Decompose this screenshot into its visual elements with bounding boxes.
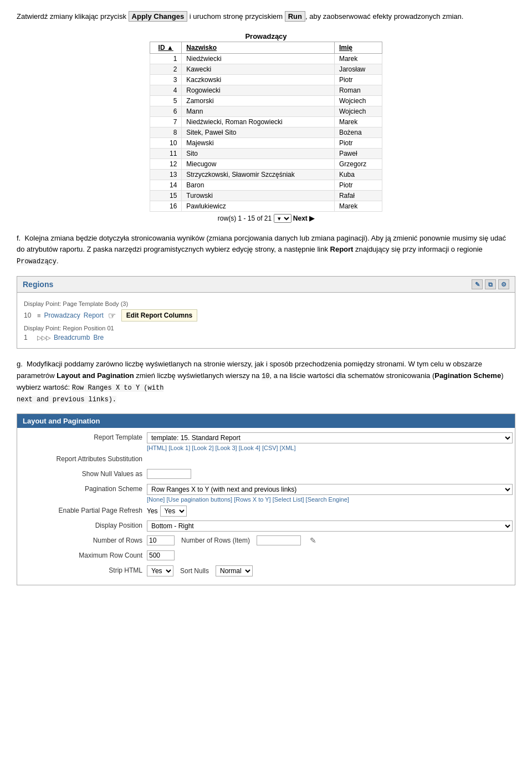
xml-link[interactable]: [XML] (280, 445, 296, 451)
enable-partial-select[interactable]: Yes No (160, 506, 187, 517)
cell-nazwisko: Kawecki (182, 64, 335, 74)
max-row-count-input[interactable] (147, 550, 175, 560)
look3-link[interactable]: [Look 3] (216, 445, 237, 451)
cell-nazwisko: Sito (182, 148, 335, 159)
none-link[interactable]: [None] (147, 496, 165, 503)
show-null-label: Show Null Values as (19, 469, 147, 478)
cell-id: 7 (150, 116, 182, 127)
cell-imie: Jarosław (334, 64, 382, 74)
cell-nazwisko: Mann (182, 106, 335, 116)
show-null-input[interactable] (147, 469, 191, 479)
html-link[interactable]: [HTML] (147, 445, 167, 451)
table-pagination: row(s) 1 - 15 of 21 ▾ Next ▶ (150, 214, 382, 223)
cell-imie: Marek (334, 116, 382, 127)
table-row: 15TurowskiRafał (150, 190, 382, 201)
row-ranges-code: Row Ranges X to Y (with (72, 384, 164, 392)
cell-nazwisko: Turowski (182, 190, 335, 201)
display-position-row: Display Position Bottom - Right (19, 520, 513, 533)
regions-body: Display Point: Page Template Body (3) 10… (17, 293, 515, 348)
enable-partial-text: Yes (147, 507, 158, 515)
pagination-select[interactable]: ▾ (274, 214, 291, 223)
cell-id: 4 (150, 85, 182, 95)
cell-id: 2 (150, 64, 182, 74)
cell-imie: Kuba (334, 169, 382, 180)
table-row: 11SitoPaweł (150, 148, 382, 159)
row2-num: 1 (24, 334, 34, 341)
prowadzacy-title: Prowadzący (150, 32, 382, 40)
pencil-icon[interactable]: ✎ (310, 536, 316, 545)
row1-link-report[interactable]: Report (84, 312, 104, 319)
layout-body: Report Template template: 15. Standard R… (17, 428, 515, 585)
csv-link[interactable]: [CSV] (262, 445, 278, 451)
cell-imie: Marek (334, 201, 382, 211)
regions-row-1: 10 ≡ Prowadzacy Report ☞ Edit Report Col… (24, 309, 508, 321)
row2-link-bre[interactable]: Bre (93, 334, 104, 341)
sort-nulls-label: Sort Nulls (180, 567, 209, 575)
cell-nazwisko: Kaczkowski (182, 74, 335, 85)
enable-partial-label: Enable Partial Page Refresh (19, 506, 147, 514)
cell-imie: Grzegorz (334, 159, 382, 169)
cell-id: 14 (150, 180, 182, 190)
cell-nazwisko: Pawlukiewicz (182, 201, 335, 211)
show-null-value (147, 469, 513, 479)
pagination-scheme-value-col: Row Ranges X to Y (with next and previou… (147, 484, 513, 503)
section-e: Zatwierdź zmiany klikając przycisk Apply… (17, 11, 515, 22)
col-header-imie: Imię (334, 42, 382, 53)
show-null-row: Show Null Values as (19, 469, 513, 481)
cell-id: 8 (150, 127, 182, 137)
cell-id: 10 (150, 137, 182, 148)
select-list-link[interactable]: [Select List] (273, 496, 304, 503)
layout-box: Layout and Pagination Report Template te… (17, 414, 515, 585)
max-row-count-label: Maximum Row Count (19, 550, 147, 559)
report-attr-row: Report Attributes Substitution (19, 454, 513, 466)
cell-imie: Wojciech (334, 106, 382, 116)
layout-header: Layout and Pagination (17, 414, 515, 428)
cell-imie: Rafał (334, 190, 382, 201)
cell-imie: Piotr (334, 180, 382, 190)
number-of-rows-item-input[interactable] (257, 535, 301, 545)
sort-nulls-select[interactable]: Normal Last First (216, 565, 253, 576)
search-engine-link[interactable]: [Search Engine] (306, 496, 349, 503)
rows-two-col: Number of Rows (Item) ✎ (147, 535, 513, 545)
max-row-count-value (147, 550, 513, 560)
region-name: Prowadzący (17, 258, 57, 266)
strip-html-select[interactable]: Yes No (147, 565, 173, 576)
edit-icon[interactable]: ✎ (472, 279, 483, 289)
look2-link[interactable]: [Look 2] (192, 445, 213, 451)
pagination-scheme-bold: Pagination Scheme (434, 371, 501, 380)
pagination-scheme-label: Pagination Scheme (19, 484, 147, 493)
strip-html-row: Strip HTML Yes No Sort Nulls Normal Last… (19, 565, 513, 578)
look1-link[interactable]: [Look 1] (168, 445, 190, 451)
look4-link[interactable]: [Look 4] (239, 445, 260, 451)
row1-link-prowadzacy[interactable]: Prowadzacy (44, 312, 80, 319)
table-row: 1NiedźwieckiMarek (150, 53, 382, 64)
apply-changes-button[interactable]: Apply Changes (129, 11, 188, 22)
section-g-text: g. Modyfikacji poddamy zarówno liczbę wy… (17, 359, 515, 405)
use-pagination-link[interactable]: [Use pagination buttons] (166, 496, 232, 503)
table-row: 2KaweckiJarosław (150, 64, 382, 74)
strip-html-value: Yes No Sort Nulls Normal Last First (147, 565, 513, 576)
number-of-rows-item-label: Number of Rows (Item) (181, 537, 250, 544)
table-row: 7Niedźwiecki, Roman RogowieckiMarek (150, 116, 382, 127)
settings-icon[interactable]: ⚙ (498, 279, 509, 289)
edit-report-popup[interactable]: Edit Report Columns (121, 309, 197, 321)
number-of-rows-input[interactable] (147, 535, 175, 545)
cell-id: 12 (150, 159, 182, 169)
table-row: 13Strzyczkowski, Sławomir SzczęśniakKuba (150, 169, 382, 180)
row2-link-breadcrumb[interactable]: Breadcrumb (54, 334, 90, 341)
copy-icon[interactable]: ⧉ (485, 279, 496, 289)
rows-value-inline: 10 (262, 372, 269, 380)
pagination-scheme-row: Pagination Scheme Row Ranges X to Y (wit… (19, 484, 513, 503)
prowadzacy-table-wrapper: Prowadzący ID ▲ Nazwisko Imię 1Niedźwiec… (150, 32, 382, 223)
rows-x-y-link[interactable]: [Rows X to Y] (234, 496, 270, 503)
section-e-suffix: , aby zaobserwować efekty prowadzonych z… (305, 12, 463, 21)
run-button[interactable]: Run (285, 11, 305, 22)
row2-icon: ▷▷▷ (37, 334, 50, 341)
report-link-label: Report (330, 245, 354, 253)
pagination-next[interactable]: Next ▶ (293, 215, 314, 222)
col-header-id: ID ▲ (150, 42, 182, 53)
section-e-text: Zatwierdź zmiany klikając przycisk Apply… (17, 11, 515, 22)
pagination-scheme-select[interactable]: Row Ranges X to Y (with next and previou… (147, 484, 513, 495)
display-position-select[interactable]: Bottom - Right (147, 520, 513, 532)
report-template-select[interactable]: template: 15. Standard Report (147, 432, 513, 443)
